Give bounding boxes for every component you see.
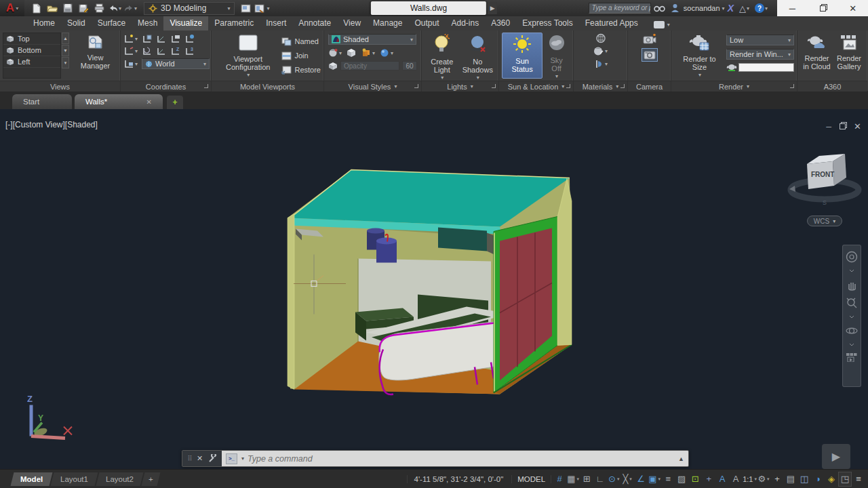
show-cameras-icon[interactable]	[642, 48, 658, 62]
views-list-scrollbar[interactable]: ▲▼▾	[62, 33, 69, 79]
ribbon-tab-featured-apps[interactable]: Featured Apps	[579, 16, 644, 30]
ribbon-tab-solid[interactable]: Solid	[61, 16, 92, 30]
help-menu-chevron-icon[interactable]: ▾	[765, 5, 768, 12]
panel-label-materials[interactable]: Materials▾	[574, 81, 627, 92]
panel-label-coordinates[interactable]: Coordinates	[121, 81, 211, 92]
model-space-toggle[interactable]: MODEL	[511, 475, 551, 483]
panel-label-camera[interactable]: Camera	[628, 81, 671, 92]
user-menu-chevron-icon[interactable]: ▾	[722, 5, 725, 12]
ribbon-tab-mesh[interactable]: Mesh	[132, 16, 163, 30]
signed-in-user[interactable]: socnandan	[684, 4, 720, 12]
viewport-configuration-button[interactable]: Viewport Configuration▾	[220, 33, 276, 79]
add-layout-button[interactable]: +	[142, 472, 161, 486]
status-autoscale[interactable]: A	[729, 472, 743, 487]
panel-label-model-viewports[interactable]: Model Viewports	[212, 81, 323, 92]
status-isometric-drafting[interactable]: ╳▾	[620, 472, 634, 487]
command-customize-wrench-icon[interactable]	[208, 454, 217, 463]
ribbon-tab-insert[interactable]: Insert	[260, 16, 292, 30]
lighting-quality-icon[interactable]: ▾	[361, 48, 375, 58]
close-tab-icon[interactable]: ✕	[146, 98, 152, 106]
a360-icon[interactable]: △▾	[739, 3, 749, 14]
ucs-world-icon[interactable]	[184, 34, 195, 44]
ucs-previous-icon[interactable]	[142, 46, 152, 56]
status-infer-constraints[interactable]: ⊞	[580, 472, 593, 487]
new-file-icon[interactable]	[30, 1, 43, 15]
ribbon-tab-annotate[interactable]: Annotate	[292, 16, 337, 30]
render-target-dropdown[interactable]: Render in Win...▾	[726, 49, 794, 60]
ucs-icon[interactable]: ▾	[123, 34, 138, 44]
material-mapping-icon[interactable]: ▾	[593, 46, 608, 56]
status-lineweight[interactable]: ≡	[661, 472, 675, 487]
dialog-launcher-icon[interactable]	[414, 84, 418, 88]
wcs-dropdown[interactable]: WCS▾	[807, 216, 842, 226]
status-clean-screen[interactable]: ◳	[838, 472, 852, 487]
panel-label-visual-styles[interactable]: Visual Styles▾	[324, 81, 421, 92]
ribbon-tab-surface[interactable]: Surface	[92, 16, 132, 30]
opacity-value[interactable]: 60	[402, 61, 417, 70]
status-ortho-mode[interactable]: ∟	[593, 472, 607, 487]
xray-opacity-icon[interactable]	[328, 62, 338, 70]
ribbon-tab-home[interactable]: Home	[27, 16, 61, 30]
coordinates-display[interactable]: 4'-11 5/8", 31'-2 3/4", 0'-0"	[407, 475, 511, 483]
pendant-light-front[interactable]	[376, 235, 397, 263]
exchange-apps-icon[interactable]: X	[728, 3, 734, 14]
layout-tab-layout1[interactable]: Layout1	[51, 472, 98, 486]
panel-label-sun-location[interactable]: Sun & Location▾	[499, 81, 573, 92]
sun-status-button[interactable]: Sun Status	[502, 33, 542, 79]
status-transparency[interactable]: ▨	[675, 472, 688, 487]
status-object-snap[interactable]: ▣▾	[648, 472, 661, 487]
status-customization[interactable]: ≡	[852, 472, 865, 487]
material-display-icon[interactable]: ▾	[380, 48, 393, 58]
layout-tab-layout2[interactable]: Layout2	[96, 472, 144, 486]
panel-label-a360[interactable]: A360	[797, 81, 867, 92]
status-object-snap-tracking[interactable]: ∠	[634, 472, 648, 487]
create-camera-icon[interactable]	[642, 33, 657, 45]
open-file-icon[interactable]	[45, 1, 59, 15]
face-style-icon[interactable]: ▾	[328, 48, 342, 58]
recent-commands-chevron-icon[interactable]: ▾	[241, 455, 244, 462]
ribbon-tab-view[interactable]: View	[337, 16, 367, 30]
ribbon-tab-manage[interactable]: Manage	[367, 16, 408, 30]
view-manager-button[interactable]: View Manager	[73, 33, 117, 79]
viewport-layout-icon[interactable]	[239, 1, 252, 15]
viewport-minimize-icon[interactable]: ─	[826, 123, 831, 131]
ribbon-tab-add-ins[interactable]: Add-ins	[446, 16, 486, 30]
plot-icon[interactable]	[92, 1, 106, 15]
ucs-z-axis-icon[interactable]: Z	[170, 46, 180, 56]
views-list[interactable]: TopBottomLeft	[3, 33, 61, 79]
command-close-icon[interactable]: ✕	[197, 454, 203, 463]
viewport-restore-icon[interactable]	[840, 123, 846, 129]
workspace-dropdown[interactable]: 3D Modeling ▾	[144, 2, 235, 15]
ribbon-tab-express-tools[interactable]: Express Tools	[516, 16, 578, 30]
pan-hand-icon[interactable]	[846, 279, 858, 291]
status-polar-tracking[interactable]: ⊙▾	[607, 472, 620, 487]
status-annotation-visibility[interactable]: A	[715, 472, 729, 487]
ribbon-tab-parametric[interactable]: Parametric	[208, 16, 260, 30]
ribbon-tab-visualize[interactable]: Visualize	[163, 16, 208, 30]
navbar-chevron-icon[interactable]	[849, 343, 854, 346]
command-input[interactable]: >_ ▾ Type a command ▲	[222, 451, 688, 466]
attach-material-icon[interactable]: ▾	[593, 59, 608, 69]
ucs-object-icon[interactable]	[156, 46, 166, 56]
status-workspace-switching[interactable]: ⚙▾	[757, 472, 770, 487]
ribbon-tab-output[interactable]: Output	[408, 16, 445, 30]
command-line[interactable]: ⠿ ✕ >_ ▾ Type a command ▲	[182, 450, 689, 467]
status-hardware-acceleration[interactable]: ◈	[825, 472, 838, 487]
view-item-bottom[interactable]: Bottom	[3, 45, 60, 56]
view-item-left[interactable]: Left	[3, 56, 60, 68]
ucs-3point-icon[interactable]: 3	[184, 46, 195, 56]
status-quick-properties[interactable]: ▤	[784, 472, 797, 487]
play-overlay-button[interactable]: ▶	[822, 444, 850, 469]
render-quality-dropdown[interactable]: Low▾	[726, 35, 794, 45]
search-binoculars-icon[interactable]	[654, 4, 665, 12]
ucs-combo[interactable]: World▾	[142, 58, 210, 69]
render-gallery-button[interactable]: Render Gallery	[833, 33, 865, 79]
ucs-show-icon[interactable]: ▾	[123, 59, 138, 69]
status-annotation-scale[interactable]: 1:1▾	[743, 472, 757, 487]
viewport-controls-label[interactable]: [-][Custom View][Shaded]	[5, 120, 98, 129]
qat-customize-icon[interactable]: ▾	[267, 5, 269, 12]
window[interactable]	[438, 228, 487, 251]
render-to-size-button[interactable]: Render to Size▾	[677, 33, 722, 79]
dialog-launcher-icon[interactable]	[620, 84, 625, 88]
view-item-top[interactable]: Top	[3, 33, 60, 45]
